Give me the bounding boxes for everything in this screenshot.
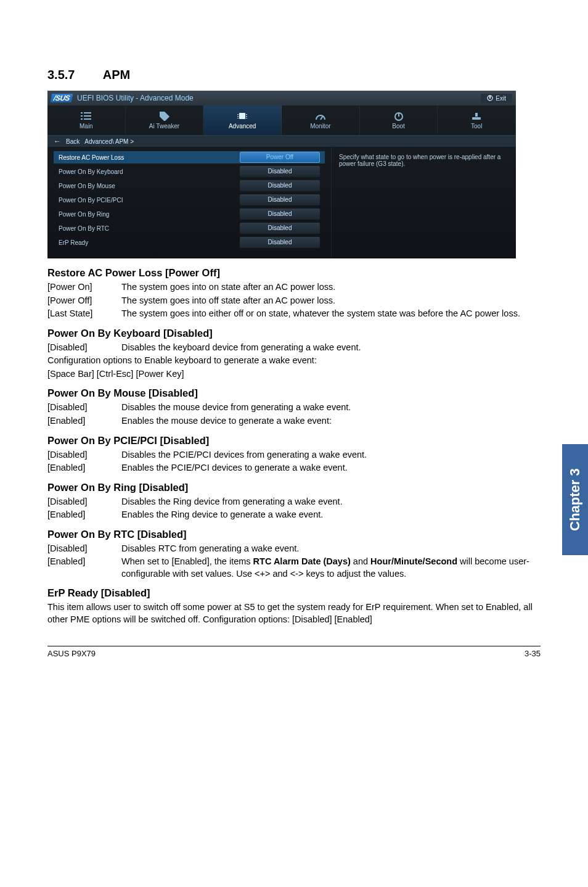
tab-main[interactable]: Main [47, 105, 126, 135]
opt-key: [Disabled] [47, 543, 121, 555]
keyboard-options: [Disabled]Disables the keyboard device f… [47, 342, 541, 354]
svg-rect-0 [489, 96, 491, 99]
settings-list: Restore AC Power Loss Power Off Power On… [47, 147, 331, 258]
svg-rect-10 [237, 116, 239, 117]
setting-value[interactable]: Disabled [240, 180, 320, 191]
opt-key: [Power On] [47, 281, 121, 294]
exit-icon [487, 95, 493, 101]
opt-key: [Disabled] [47, 402, 121, 414]
footer-right: 3-35 [525, 649, 541, 658]
section-name: APM [103, 68, 130, 81]
setting-value[interactable]: Disabled [240, 166, 320, 177]
chapter-tab: Chapter 3 [562, 444, 588, 555]
setting-row[interactable]: Power On By Ring Disabled [54, 208, 325, 220]
bios-titlebar: /SUS UEFI BIOS Utility - Advanced Mode E… [47, 91, 516, 105]
ring-heading: Power On By Ring [Disabled] [47, 482, 541, 493]
back-label[interactable]: Back [66, 138, 80, 145]
svg-rect-3 [84, 112, 91, 113]
setting-row[interactable]: ErP Ready Disabled [54, 236, 325, 249]
section-heading: 3.5.7 APM [47, 68, 541, 82]
opt-key: [Disabled] [47, 449, 121, 461]
svg-line-15 [321, 116, 323, 120]
power-icon [393, 111, 404, 121]
keyboard-note2: [Space Bar] [Ctrl-Esc] [Power Key] [47, 368, 541, 381]
svg-rect-2 [81, 112, 83, 113]
svg-rect-5 [84, 115, 91, 117]
tab-ai-tweaker[interactable]: Ai Tweaker [126, 105, 204, 135]
tab-advanced[interactable]: Advanced [203, 105, 282, 135]
tab-tool[interactable]: Tool [438, 105, 516, 135]
setting-row[interactable]: Power On By RTC Disabled [54, 222, 325, 234]
help-panel: Specify what state to go to when power i… [331, 147, 516, 258]
exit-label: Exit [496, 95, 506, 102]
rtc-enabled-pre: When set to [Enabled], the items [121, 556, 253, 566]
opt-val: Enables the PCIE/PCI devices to generate… [121, 462, 541, 474]
setting-label: Restore AC Power Loss [59, 154, 240, 161]
breadcrumb: ← Back Advanced\ APM > [47, 135, 516, 147]
tab-boot[interactable]: Boot [360, 105, 438, 135]
tag-icon [159, 111, 170, 121]
opt-val: Disables the Ring device from generating… [121, 496, 541, 508]
section-number: 3.5.7 [47, 68, 100, 82]
svg-rect-17 [398, 112, 399, 117]
tool-icon [471, 111, 482, 121]
footer-left: ASUS P9X79 [47, 649, 96, 658]
setting-value[interactable]: Disabled [240, 194, 320, 205]
opt-key: [Enabled] [47, 415, 121, 427]
setting-row[interactable]: Power On By PCIE/PCI Disabled [54, 194, 325, 206]
erp-heading: ErP Ready [Disabled] [47, 587, 541, 599]
rtc-options: [Disabled]Disables RTC from generating a… [47, 543, 541, 580]
ring-options: [Disabled]Disables the Ring device from … [47, 496, 541, 521]
page-footer: ASUS P9X79 3-35 [47, 646, 541, 658]
opt-val: When set to [Enabled], the items RTC Ala… [121, 556, 541, 580]
tab-label: Monitor [310, 123, 330, 130]
setting-row[interactable]: Restore AC Power Loss Power Off [54, 151, 325, 163]
setting-label: Power On By RTC [59, 225, 240, 232]
opt-val: Enables the Ring device to generate a wa… [121, 509, 541, 521]
tab-label: Boot [392, 123, 405, 130]
svg-rect-13 [246, 116, 247, 117]
setting-value[interactable]: Disabled [240, 208, 320, 220]
tab-label: Ai Tweaker [149, 123, 179, 130]
restore-heading: Restore AC Power Loss [Power Off] [47, 267, 541, 279]
erp-text: This item allows user to switch off some… [47, 601, 541, 625]
pcie-options: [Disabled]Disables the PCIE/PCI devices … [47, 449, 541, 474]
svg-rect-18 [472, 117, 481, 120]
setting-value[interactable]: Power Off [240, 152, 320, 163]
gauge-icon [315, 111, 326, 121]
list-icon [81, 111, 92, 121]
opt-val: Disables the keyboard device from genera… [121, 342, 541, 354]
keyboard-heading: Power On By Keyboard [Disabled] [47, 328, 541, 339]
tab-monitor[interactable]: Monitor [282, 105, 360, 135]
setting-label: Power On By Ring [59, 211, 240, 218]
back-arrow-icon[interactable]: ← [54, 137, 61, 146]
rtc-bold2: Hour/Minute/Second [370, 556, 457, 566]
bios-tabs: Main Ai Tweaker Advanced Monitor Boot To… [47, 105, 516, 135]
mouse-heading: Power On By Mouse [Disabled] [47, 387, 541, 399]
opt-key: [Disabled] [47, 496, 121, 508]
brand-logo: /SUS [51, 94, 73, 102]
restore-options: [Power On]The system goes into on state … [47, 281, 541, 320]
chip-icon [237, 111, 248, 121]
setting-row[interactable]: Power On By Keyboard Disabled [54, 165, 325, 178]
exit-button[interactable]: Exit [481, 94, 512, 103]
mouse-options: [Disabled]Disables the mouse device from… [47, 402, 541, 427]
opt-val: Disables RTC from generating a wake even… [121, 543, 541, 555]
opt-key: [Last State] [47, 308, 121, 320]
svg-rect-19 [475, 113, 478, 117]
opt-val: The system goes into either off or on st… [121, 308, 541, 320]
chapter-label: Chapter 3 [567, 468, 583, 530]
rtc-enabled-mid: and [351, 556, 370, 566]
setting-value[interactable]: Disabled [240, 223, 320, 234]
setting-label: Power On By Mouse [59, 183, 240, 189]
rtc-bold1: RTC Alarm Date (Days) [253, 556, 351, 566]
svg-rect-14 [246, 118, 247, 118]
bios-title: UEFI BIOS Utility - Advanced Mode [77, 94, 194, 102]
opt-key: [Power Off] [47, 295, 121, 307]
svg-rect-11 [237, 118, 239, 118]
setting-value[interactable]: Disabled [240, 237, 320, 248]
keyboard-note1: Configuration options to Enable keyboard… [47, 355, 541, 367]
tab-label: Main [80, 123, 93, 130]
setting-row[interactable]: Power On By Mouse Disabled [54, 179, 325, 192]
setting-label: Power On By PCIE/PCI [59, 197, 240, 204]
